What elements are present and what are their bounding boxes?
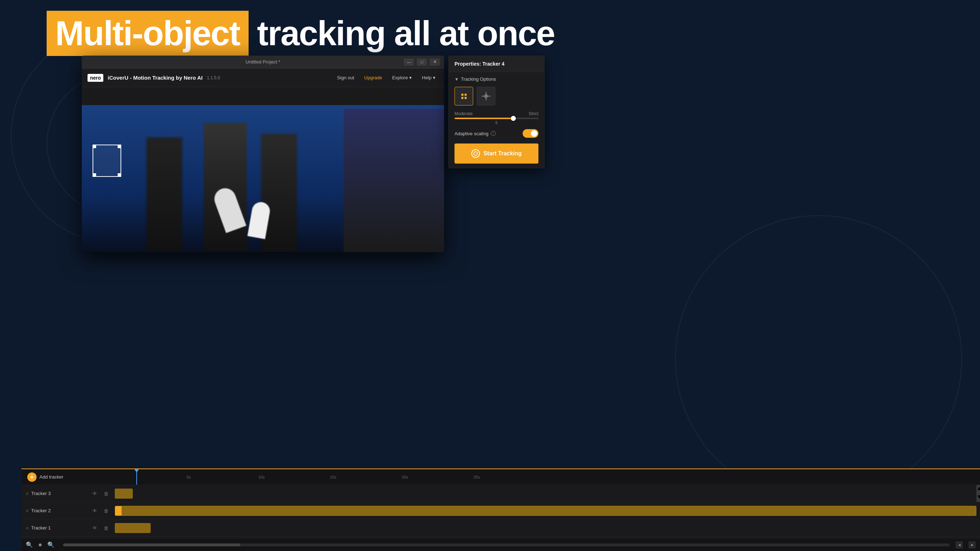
app-header: nero iCoverU - Motion Tracking by Nero A… bbox=[82, 68, 444, 87]
tracking-options-label: Tracking Options bbox=[461, 76, 496, 82]
adaptive-scaling-row: Adaptive scaling i bbox=[455, 129, 538, 138]
title-plain-text: tracking all at once bbox=[248, 11, 563, 56]
title-banner: Multi-object tracking all at once bbox=[47, 11, 563, 56]
zoom-in-button[interactable]: 🔍 bbox=[47, 541, 54, 548]
app-window: Untitled Project * — □ ✕ nero iCoverU - … bbox=[82, 56, 444, 252]
corner-tr bbox=[118, 145, 121, 148]
person-3 bbox=[261, 134, 297, 252]
target-icon bbox=[471, 149, 480, 158]
delete-tracker2-button[interactable]: 🗑 bbox=[102, 506, 110, 515]
window-title-center: Untitled Project * bbox=[246, 59, 280, 65]
corner-bl bbox=[92, 173, 96, 177]
scroll-left-button[interactable]: ◀ bbox=[956, 541, 963, 548]
tracker-1-bar bbox=[115, 523, 151, 533]
tracking-slider-container[interactable] bbox=[455, 118, 538, 119]
drag-handle-icon: ≡ bbox=[26, 526, 28, 530]
ruler-mark-15s: 15s bbox=[330, 475, 336, 479]
table-row: ≡ Tracker 3 👁 🗑 ▲ ▼ bbox=[22, 485, 980, 502]
strict-label: Strict bbox=[529, 111, 538, 116]
adaptive-scaling-toggle[interactable] bbox=[523, 129, 538, 138]
zoom-dot bbox=[39, 543, 41, 546]
slider-labels-row: Moderate Strict bbox=[455, 111, 538, 116]
add-icon: + bbox=[27, 473, 37, 482]
person-2 bbox=[204, 123, 247, 252]
scroll-right-button[interactable]: ▶ bbox=[969, 541, 976, 548]
ruler-mark-25s: 25s bbox=[474, 475, 480, 479]
scrollbar-thumb-h bbox=[63, 543, 240, 546]
person-1 bbox=[146, 137, 182, 252]
sign-out-button[interactable]: Sign out bbox=[334, 73, 357, 82]
visibility-toggle-tracker3[interactable]: 👁 bbox=[91, 489, 99, 498]
tracker-2-bar-accent bbox=[115, 506, 122, 516]
add-tracker-label: Add tracker bbox=[40, 474, 63, 479]
playhead-triangle bbox=[135, 469, 139, 473]
window-titlebar: Untitled Project * — □ ✕ bbox=[82, 56, 444, 68]
explore-label: Explore bbox=[392, 75, 408, 80]
delete-tracker1-button[interactable]: 🗑 bbox=[102, 524, 110, 532]
tracking-mode-grid-button[interactable] bbox=[455, 87, 473, 105]
upgrade-button[interactable]: Upgrade bbox=[361, 73, 385, 82]
nero-logo: nero bbox=[88, 74, 103, 82]
scrollbar-v-tracker3: ▲ ▼ bbox=[977, 485, 980, 502]
corner-tl bbox=[92, 145, 96, 148]
bg-decoration-circle-3 bbox=[675, 215, 962, 502]
slider-track bbox=[455, 118, 538, 119]
track-label-tracker3: ≡ Tracker 3 👁 🗑 bbox=[22, 489, 115, 498]
toggle-knob bbox=[531, 130, 537, 137]
timeline-scrollbar-h[interactable] bbox=[63, 543, 950, 546]
delete-tracker3-button[interactable]: 🗑 bbox=[102, 489, 110, 498]
adaptive-scaling-label: Adaptive scaling i bbox=[455, 131, 496, 136]
explore-button[interactable]: Explore ▾ bbox=[389, 73, 415, 82]
grid-dot-1 bbox=[461, 94, 463, 96]
help-label: Help bbox=[422, 75, 431, 80]
drag-handle-icon: ≡ bbox=[26, 508, 28, 513]
cross-mode-icon bbox=[482, 92, 490, 100]
section-header[interactable]: ▼ Tracking Options bbox=[455, 76, 538, 82]
tracker-selection-box bbox=[92, 145, 121, 177]
close-button[interactable]: ✕ bbox=[430, 59, 440, 66]
corner-br bbox=[118, 173, 121, 177]
tracking-mode-cross-button[interactable] bbox=[477, 87, 495, 105]
timeline-ruler: 5s 10s 15s 20s 25s bbox=[118, 469, 977, 485]
tracking-modes bbox=[455, 87, 538, 105]
help-button[interactable]: Help ▾ bbox=[419, 73, 438, 82]
timeline-area: + Add tracker 5s 10s 15s 20s 25s ≡ Track… bbox=[22, 468, 980, 551]
track-label-tracker2: ≡ Tracker 2 👁 🗑 bbox=[22, 506, 115, 515]
tracker-1-timeline bbox=[115, 519, 980, 536]
tracker-2-name: Tracker 2 bbox=[31, 508, 88, 513]
minimize-button[interactable]: — bbox=[404, 59, 414, 66]
app-title: iCoverU - Motion Tracking by Nero AI bbox=[108, 75, 202, 81]
visibility-toggle-tracker2[interactable]: 👁 bbox=[91, 506, 99, 515]
scroll-arrow-down[interactable]: ▼ bbox=[977, 494, 980, 502]
video-content bbox=[82, 105, 444, 252]
title-highlighted-text: Multi-object bbox=[47, 11, 248, 56]
visibility-toggle-tracker1[interactable]: 👁 bbox=[91, 524, 99, 532]
slider-track-inactive bbox=[513, 118, 538, 119]
tracking-options-section: ▼ Tracking Options Moderate Str bbox=[449, 72, 544, 168]
grid-mode-icon bbox=[461, 94, 467, 99]
maximize-button[interactable]: □ bbox=[417, 59, 427, 66]
cross-circle-icon bbox=[484, 94, 488, 98]
add-tracker-button[interactable]: + Add tracker bbox=[27, 473, 63, 482]
tracker-3-name: Tracker 3 bbox=[31, 491, 88, 496]
ruler-mark-20s: 20s bbox=[402, 475, 408, 479]
timeline-bottom-bar: 🔍 🔍 ◀ ▶ bbox=[22, 538, 980, 551]
chevron-down-icon: ▾ bbox=[409, 75, 412, 80]
start-tracking-button[interactable]: Start Tracking bbox=[455, 143, 538, 164]
info-icon[interactable]: i bbox=[491, 131, 496, 136]
person-main bbox=[344, 109, 444, 252]
app-version: 1.1.5.0 bbox=[207, 75, 220, 80]
moderate-label: Moderate bbox=[455, 111, 473, 116]
slider-thumb[interactable] bbox=[511, 116, 516, 121]
window-controls: — □ ✕ bbox=[404, 59, 440, 66]
properties-header: Properties: Tracker 4 bbox=[449, 56, 544, 72]
scroll-arrow-up[interactable]: ▲ bbox=[977, 485, 980, 494]
tracker-1-name: Tracker 1 bbox=[31, 525, 88, 530]
help-chevron-icon: ▾ bbox=[433, 75, 436, 80]
timeline-header: + Add tracker 5s 10s 15s 20s 25s bbox=[22, 469, 980, 485]
tracker-2-timeline bbox=[115, 502, 980, 519]
zoom-out-button[interactable]: 🔍 bbox=[26, 541, 33, 548]
tracker-3-timeline bbox=[115, 485, 977, 502]
table-row: ≡ Tracker 2 👁 🗑 bbox=[22, 502, 980, 519]
ruler-mark-5s: 5s bbox=[186, 475, 191, 479]
